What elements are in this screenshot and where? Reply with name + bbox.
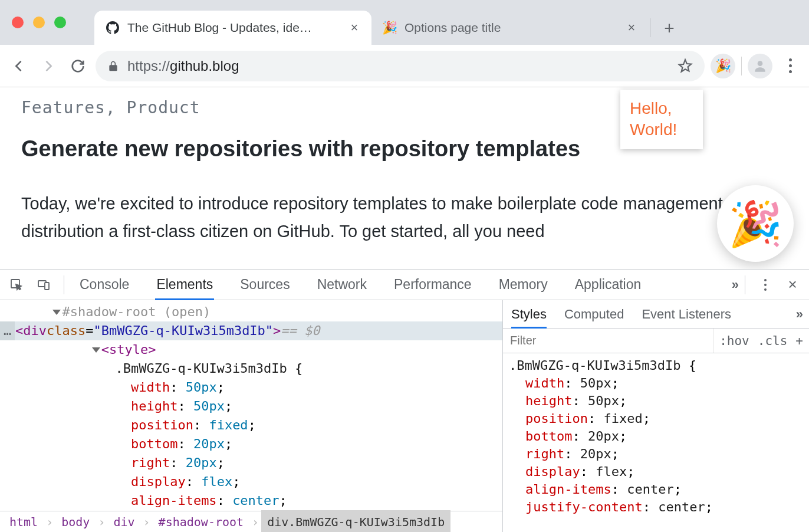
back-button[interactable] [7, 54, 31, 78]
lock-icon [107, 60, 119, 73]
floating-action-button[interactable]: 🎉 [717, 185, 794, 262]
devtools-header: Console Elements Sources Network Perform… [0, 270, 809, 300]
extension-popup: Hello, World! [620, 90, 703, 149]
tab-separator [650, 18, 650, 37]
extension-icon[interactable]: 🎉 [711, 54, 735, 78]
toolbar-separator [741, 57, 742, 75]
window-minimize-button[interactable] [33, 17, 45, 28]
crumb[interactable]: div [107, 510, 140, 533]
devtools-tab-console[interactable]: Console [78, 270, 130, 300]
new-tab-button[interactable]: + [657, 17, 681, 40]
svg-point-0 [758, 61, 763, 66]
window-maximize-button[interactable] [54, 17, 66, 28]
crumb-selected[interactable]: div.BmWGZG-q-KUIw3i5m3dIb [261, 510, 450, 533]
devtools-tab-application[interactable]: Application [574, 270, 643, 300]
window-close-button[interactable] [12, 17, 24, 28]
crumb[interactable]: body [55, 510, 96, 533]
styles-tab-event-listeners[interactable]: Event Listeners [642, 300, 731, 328]
styles-rules[interactable]: ….BmWGZG-q-KUIw3i5m3dIb {width: 50px;hei… [503, 353, 809, 532]
tab-active[interactable]: The GitHub Blog - Updates, ide… × [94, 11, 371, 45]
separator [745, 275, 745, 294]
github-icon [105, 20, 120, 35]
tab-close-icon[interactable]: × [348, 21, 361, 34]
styles-tab-styles[interactable]: Styles [511, 300, 547, 328]
toolbar: https://github.blog 🎉 [0, 45, 809, 87]
more-tabs-icon[interactable]: » [732, 277, 736, 293]
popup-text: Hello, [630, 98, 693, 119]
devtools-body: #shadow-root (open)… <div class="BmWGZG-… [0, 300, 809, 532]
tab-title: Options page title [404, 21, 618, 35]
hov-toggle[interactable]: :hov [719, 334, 749, 348]
forward-button[interactable] [37, 54, 60, 78]
devtools-tab-memory[interactable]: Memory [498, 270, 549, 300]
browser-tabs: The GitHub Blog - Updates, ide… × 🎉 Opti… [94, 11, 681, 45]
popup-text: World! [630, 119, 693, 140]
devtools-tab-sources[interactable]: Sources [239, 270, 291, 300]
elements-dom-tree[interactable]: #shadow-root (open)… <div class="BmWGZG-… [0, 300, 502, 532]
crumb[interactable]: #shadow-root [153, 510, 250, 533]
styles-filter-row: :hov .cls + [503, 329, 809, 353]
devtools-panel: Console Elements Sources Network Perform… [0, 269, 809, 532]
profile-avatar[interactable] [748, 54, 772, 78]
new-style-rule-button[interactable]: + [795, 334, 803, 348]
address-bar[interactable]: https://github.blog [96, 51, 705, 81]
devtools-close-button[interactable]: × [781, 273, 804, 297]
inspect-element-icon[interactable] [5, 273, 28, 297]
tab-inactive[interactable]: 🎉 Options page title × [371, 11, 649, 45]
styles-pane: Styles Computed Event Listeners » :hov .… [502, 300, 809, 532]
tab-close-icon[interactable]: × [625, 21, 638, 34]
styles-tabs: Styles Computed Event Listeners » [503, 300, 809, 329]
more-tabs-icon[interactable]: » [796, 307, 801, 322]
url-text: https://github.blog [127, 58, 669, 74]
styles-filter-input[interactable] [503, 334, 713, 347]
article-body: Today, we're excited to introduce reposi… [21, 190, 788, 245]
svg-rect-3 [45, 283, 49, 290]
bookmark-star-icon[interactable] [678, 58, 693, 74]
devtools-tab-performance[interactable]: Performance [393, 270, 473, 300]
party-icon: 🎉 [382, 20, 397, 35]
window-titlebar: The GitHub Blog - Updates, ide… × 🎉 Opti… [0, 0, 809, 45]
tab-title: The GitHub Blog - Updates, ide… [127, 21, 341, 35]
cls-toggle[interactable]: .cls [758, 334, 788, 348]
dom-breadcrumbs: html› body› div› #shadow-root› div.BmWGZ… [0, 511, 502, 532]
reload-button[interactable] [66, 54, 90, 78]
device-toolbar-icon[interactable] [32, 273, 55, 297]
devtools-tab-elements[interactable]: Elements [155, 270, 214, 300]
devtools-tab-network[interactable]: Network [316, 270, 368, 300]
separator [64, 275, 64, 294]
browser-menu-button[interactable] [778, 54, 802, 78]
crumb[interactable]: html [4, 510, 44, 533]
devtools-tabs: Console Elements Sources Network Perform… [78, 270, 736, 300]
window-controls [12, 17, 66, 28]
styles-tab-computed[interactable]: Computed [564, 300, 624, 328]
devtools-menu-button[interactable] [754, 273, 777, 297]
